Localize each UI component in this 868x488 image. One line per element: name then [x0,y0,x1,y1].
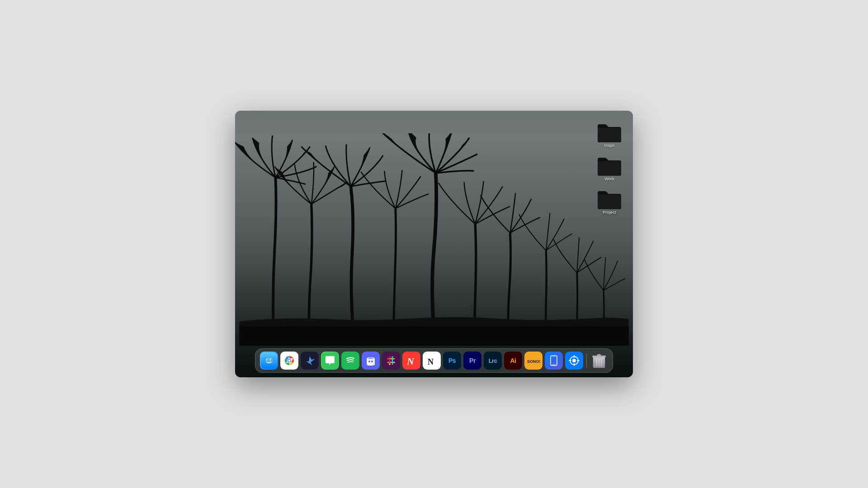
dock-app-finder[interactable] [260,352,278,370]
svg-rect-54 [552,364,556,365]
dock: N N Ps Pr [255,348,613,373]
svg-point-41 [368,361,370,362]
dock-app-discord[interactable] [362,352,380,370]
svg-point-43 [387,358,389,360]
dock-app-chrome[interactable] [280,352,298,370]
svg-point-29 [267,359,268,360]
folder-inspo-label: Inspo [604,143,614,148]
chrome-icon [280,352,298,370]
dock-app-news[interactable]: N [402,352,420,370]
folder-inspo[interactable]: Inspo [595,120,624,150]
dock-app-spark[interactable] [301,352,319,370]
premiere-icon: Pr [463,352,481,370]
spark-icon [301,352,319,370]
dock-separator [586,354,587,367]
spotify-icon [341,352,359,370]
folder-project-label: Project [603,210,616,215]
folder-work-label: Work [604,177,614,181]
illustrator-icon: Ai [504,352,522,370]
messages-icon [321,352,339,370]
dock-app-spotify[interactable] [341,352,359,370]
discord-icon [362,352,380,370]
lightroom-icon: Lrc [484,352,502,370]
folder-work[interactable]: Work [595,153,624,183]
news-icon: N [402,352,420,370]
svg-rect-22 [239,326,629,346]
blue-folder-icon [565,352,583,370]
dock-app-illustrator[interactable]: Ai [504,352,522,370]
svg-point-35 [288,360,291,362]
dock-app-photoshop[interactable]: Ps [443,352,461,370]
dock-app-messages[interactable] [321,352,339,370]
photoshop-icon: Ps [443,352,461,370]
svg-point-58 [572,359,576,362]
finder-icon [260,352,278,370]
mac-screen: Inspo Work Project [235,111,633,377]
folder-work-icon [597,155,622,176]
dock-app-simulator[interactable] [545,352,563,370]
dock-app-notion[interactable]: N [423,352,441,370]
folder-project-icon [597,188,622,209]
wallpaper: Inspo Work Project [235,111,633,377]
sonos-icon: SONOS [524,352,542,370]
dock-app-bluefolder[interactable] [565,352,583,370]
dock-app-slack[interactable] [382,352,400,370]
svg-text:SONOS: SONOS [527,359,540,364]
svg-rect-52 [546,352,562,369]
simulator-icon [545,352,563,370]
svg-point-44 [393,361,395,363]
svg-rect-62 [597,354,601,357]
svg-point-45 [392,356,393,358]
svg-rect-55 [552,357,555,357]
svg-point-30 [270,359,271,360]
desktop-icons: Inspo Work Project [595,120,624,216]
dock-app-premiere[interactable]: Pr [463,352,481,370]
trash-icon [590,352,608,370]
dock-app-lightroom[interactable]: Lrc [484,352,502,370]
folder-project[interactable]: Project [595,187,624,216]
svg-point-46 [389,363,391,365]
dock-app-sonos[interactable]: SONOS [524,352,542,370]
svg-text:N: N [428,357,434,366]
dock-app-trash[interactable] [590,352,608,370]
notion-icon: N [423,352,441,370]
svg-point-42 [371,361,373,362]
folder-inspo-icon [597,122,622,142]
svg-text:N: N [406,356,415,367]
slack-icon [382,352,400,370]
